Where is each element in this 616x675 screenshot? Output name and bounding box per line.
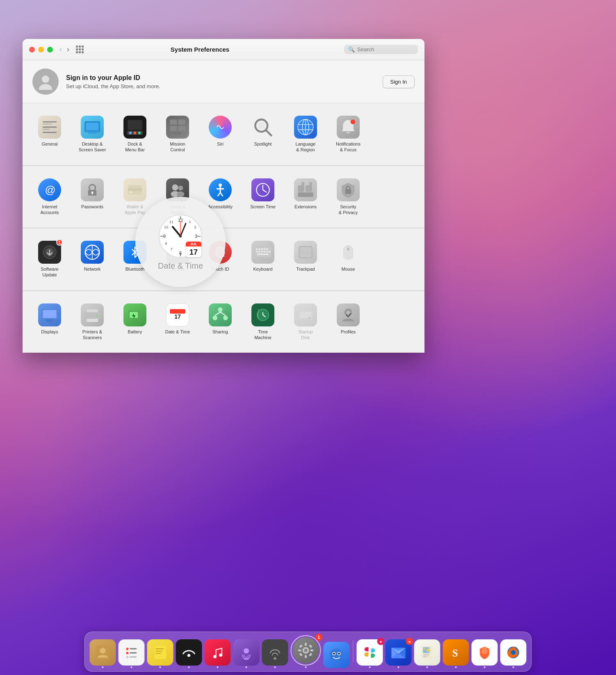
reminders-icon: [119, 639, 145, 666]
pref-internet-accounts[interactable]: @ InternetAccounts: [29, 174, 70, 220]
dock-item-appletv[interactable]: [176, 639, 202, 668]
svg-text:3: 3: [195, 234, 197, 239]
pref-extensions[interactable]: Extensions: [285, 174, 326, 220]
startup-disk-icon: [294, 303, 317, 326]
pref-security-privacy[interactable]: Security& Privacy: [328, 174, 369, 220]
pref-profiles[interactable]: Profiles: [328, 299, 369, 345]
window-controls: [29, 47, 53, 52]
sign-in-button[interactable]: Sign In: [383, 75, 415, 88]
sublime-icon: S: [443, 639, 469, 666]
pref-time-machine[interactable]: TimeMachine: [242, 299, 283, 345]
svg-point-1: [39, 84, 52, 90]
pref-passwords[interactable]: Passwords: [72, 174, 113, 220]
pref-mission-control[interactable]: MissionControl: [157, 112, 198, 157]
svg-rect-78: [269, 251, 271, 253]
pref-startup-disk[interactable]: StartupDisk: [285, 299, 326, 345]
desktop-screensaver-label: Desktop &Screen Saver: [79, 141, 106, 153]
svg-point-100: [223, 315, 228, 320]
dock-item-sublime[interactable]: S: [443, 639, 469, 668]
pref-screen-time[interactable]: Screen Time: [242, 174, 283, 220]
datetime-overlay-label: Date & Time: [158, 261, 203, 271]
dock-item-system-preferences[interactable]: 1: [291, 635, 321, 668]
pref-dock-menubar[interactable]: Dock &Menu Bar: [114, 112, 155, 157]
brave-icon: [472, 639, 498, 666]
profiles-icon: [337, 303, 360, 326]
pref-trackpad[interactable]: Trackpad: [285, 237, 326, 282]
dock-item-music[interactable]: [205, 639, 231, 668]
pref-notifications-focus[interactable]: Notifications& Focus: [328, 112, 369, 157]
pref-spotlight[interactable]: Spotlight: [242, 112, 283, 157]
preview-dot: [427, 666, 428, 668]
mouse-icon: [337, 241, 360, 264]
dock-item-notes[interactable]: [147, 639, 173, 668]
search-bar[interactable]: 🔍: [344, 45, 418, 54]
svg-point-131: [100, 648, 105, 654]
pref-sharing[interactable]: Sharing: [200, 299, 241, 345]
svg-rect-75: [261, 251, 263, 253]
extensions-label: Extensions: [294, 204, 317, 210]
maximize-button[interactable]: [47, 47, 53, 52]
pref-network[interactable]: Network: [72, 237, 113, 282]
desktop-screensaver-icon: [81, 116, 104, 139]
dock-item-slack[interactable]: ●: [357, 639, 383, 668]
svg-point-15: [134, 132, 136, 134]
finder2-icon: [324, 642, 350, 668]
svg-line-49: [218, 192, 220, 196]
pref-software-update[interactable]: 1 SoftwareUpdate: [29, 237, 70, 282]
slack-badge: ●: [377, 638, 385, 645]
svg-line-50: [220, 192, 223, 196]
svg-rect-140: [155, 651, 162, 652]
dock-item-finder2[interactable]: [324, 642, 350, 668]
svg-point-14: [129, 132, 132, 134]
system-preferences-icon: [293, 637, 319, 664]
pref-printers-scanners[interactable]: Printers &Scanners: [72, 299, 113, 345]
dock-item-contacts[interactable]: [90, 639, 116, 668]
system-preferences-badge: 1: [315, 634, 323, 641]
dock-item-preview[interactable]: [414, 639, 440, 668]
search-input[interactable]: [357, 46, 415, 52]
pref-general[interactable]: General: [29, 112, 70, 157]
sharing-label: Sharing: [212, 329, 228, 335]
mission-control-icon: [166, 116, 189, 139]
svg-point-99: [212, 315, 217, 320]
airmail-badge: ●: [406, 638, 413, 645]
pref-language-region[interactable]: Language& Region: [285, 112, 326, 157]
dock-item-firefox[interactable]: [500, 639, 527, 668]
dock-item-podcasts[interactable]: [233, 639, 260, 668]
svg-point-159: [330, 649, 344, 661]
airmail-dot: [398, 666, 399, 668]
pref-siri[interactable]: Siri: [200, 112, 241, 157]
back-button[interactable]: ‹: [58, 45, 64, 54]
dock-item-brave[interactable]: [472, 639, 498, 668]
mission-control-label: MissionControl: [170, 141, 185, 153]
minimize-button[interactable]: [38, 47, 44, 52]
svg-marker-148: [274, 657, 277, 659]
svg-line-101: [215, 312, 220, 316]
svg-text:@: @: [45, 184, 55, 196]
preferences-row-2: @ InternetAccounts Passwords Wallet &App…: [23, 166, 424, 228]
svg-rect-21: [174, 132, 181, 135]
time-machine-label: TimeMachine: [254, 329, 271, 341]
airplay-icon: [262, 639, 288, 666]
close-button[interactable]: [29, 47, 35, 52]
svg-point-142: [187, 654, 190, 657]
svg-point-144: [219, 654, 222, 657]
svg-point-83: [347, 248, 349, 251]
prefs-grid-2: @ InternetAccounts Passwords Wallet &App…: [29, 174, 418, 220]
svg-rect-172: [423, 656, 427, 657]
dock-item-reminders[interactable]: [119, 639, 145, 668]
svg-rect-76: [264, 251, 266, 253]
pref-displays[interactable]: Displays: [29, 299, 70, 345]
svg-rect-171: [423, 654, 430, 655]
pref-battery[interactable]: Battery: [114, 299, 155, 345]
pref-desktop-screensaver[interactable]: Desktop &Screen Saver: [72, 112, 113, 157]
pref-mouse[interactable]: Mouse: [328, 237, 369, 282]
wallet-applepay-label: Wallet &Apple Pay: [125, 204, 145, 216]
dock-item-airmail[interactable]: ●: [386, 639, 412, 668]
dock-item-airplay[interactable]: [262, 639, 288, 668]
svg-rect-154: [310, 650, 314, 652]
pref-keyboard[interactable]: Keyboard: [242, 237, 283, 282]
pref-date-time[interactable]: 17 Date & Time: [157, 299, 198, 345]
grid-view-button[interactable]: [76, 46, 84, 53]
svg-text:8: 8: [165, 242, 167, 246]
